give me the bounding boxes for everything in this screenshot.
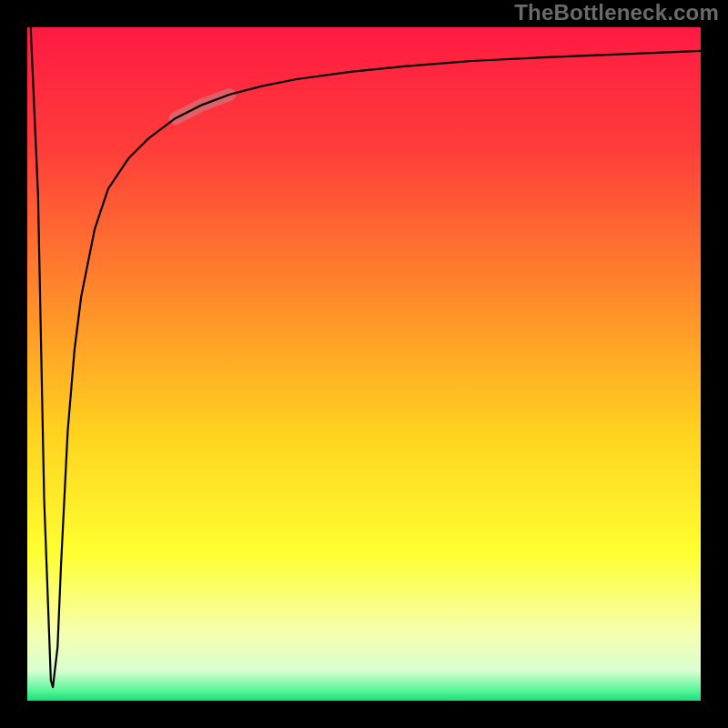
watermark-text: TheBottleneck.com (514, 0, 719, 25)
chart-container: TheBottleneck.com (0, 0, 728, 728)
bottleneck-plot (0, 0, 728, 728)
plot-area (27, 27, 701, 701)
